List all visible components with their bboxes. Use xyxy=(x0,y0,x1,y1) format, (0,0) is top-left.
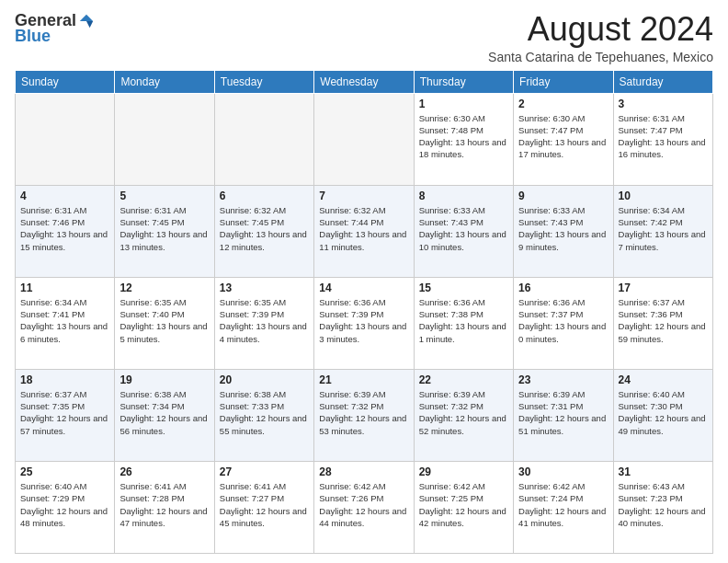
day-info-13: Sunrise: 6:35 AMSunset: 7:39 PMDaylight:… xyxy=(220,296,309,345)
day-info-10: Sunrise: 6:34 AMSunset: 7:42 PMDaylight:… xyxy=(619,204,708,253)
logo: General Blue xyxy=(15,11,95,46)
day-number-20: 20 xyxy=(220,373,309,386)
day-info-16: Sunrise: 6:36 AMSunset: 7:37 PMDaylight:… xyxy=(518,296,608,345)
day-number-4: 4 xyxy=(20,190,109,202)
day-info-9: Sunrise: 6:33 AMSunset: 7:43 PMDaylight:… xyxy=(518,204,608,253)
calendar-cell-1-3: 7Sunrise: 6:32 AMSunset: 7:44 PMDaylight… xyxy=(314,185,414,277)
calendar-cell-0-6: 3Sunrise: 6:31 AMSunset: 7:47 PMDaylight… xyxy=(613,93,712,185)
day-number-5: 5 xyxy=(119,190,209,202)
day-number-12: 12 xyxy=(119,282,209,294)
day-number-2: 2 xyxy=(518,98,608,110)
day-number-1: 1 xyxy=(419,98,508,110)
day-number-3: 3 xyxy=(619,98,708,110)
header-thursday: Thursday xyxy=(414,70,513,93)
day-number-6: 6 xyxy=(220,190,309,202)
svg-marker-1 xyxy=(86,21,93,28)
calendar-body: 1Sunrise: 6:30 AMSunset: 7:48 PMDaylight… xyxy=(16,93,713,553)
day-info-24: Sunrise: 6:40 AMSunset: 7:30 PMDaylight:… xyxy=(619,388,708,437)
header-saturday: Saturday xyxy=(613,70,712,93)
calendar-cell-0-3 xyxy=(314,93,414,185)
svg-marker-0 xyxy=(80,14,93,20)
week-row-2: 11Sunrise: 6:34 AMSunset: 7:41 PMDayligh… xyxy=(16,277,713,369)
day-info-15: Sunrise: 6:36 AMSunset: 7:38 PMDaylight:… xyxy=(419,296,508,345)
calendar-cell-1-2: 6Sunrise: 6:32 AMSunset: 7:45 PMDaylight… xyxy=(214,185,313,277)
header-wednesday: Wednesday xyxy=(314,70,414,93)
calendar-cell-0-5: 2Sunrise: 6:30 AMSunset: 7:47 PMDaylight… xyxy=(514,93,613,185)
day-number-21: 21 xyxy=(319,373,408,386)
calendar-cell-4-6: 31Sunrise: 6:43 AMSunset: 7:23 PMDayligh… xyxy=(613,461,712,553)
day-info-30: Sunrise: 6:42 AMSunset: 7:24 PMDaylight:… xyxy=(518,480,608,529)
calendar-cell-2-4: 15Sunrise: 6:36 AMSunset: 7:38 PMDayligh… xyxy=(414,277,513,369)
day-info-19: Sunrise: 6:38 AMSunset: 7:34 PMDaylight:… xyxy=(119,388,209,437)
logo-icon xyxy=(78,13,95,29)
calendar-cell-3-0: 18Sunrise: 6:37 AMSunset: 7:35 PMDayligh… xyxy=(16,369,115,461)
calendar-cell-0-1 xyxy=(115,93,214,185)
calendar-cell-3-1: 19Sunrise: 6:38 AMSunset: 7:34 PMDayligh… xyxy=(115,369,214,461)
calendar-cell-2-5: 16Sunrise: 6:36 AMSunset: 7:37 PMDayligh… xyxy=(514,277,613,369)
calendar-cell-4-5: 30Sunrise: 6:42 AMSunset: 7:24 PMDayligh… xyxy=(514,461,613,553)
day-info-27: Sunrise: 6:41 AMSunset: 7:27 PMDaylight:… xyxy=(220,480,309,529)
day-info-28: Sunrise: 6:42 AMSunset: 7:26 PMDaylight:… xyxy=(319,480,408,529)
week-row-4: 25Sunrise: 6:40 AMSunset: 7:29 PMDayligh… xyxy=(16,461,713,553)
calendar-cell-0-0 xyxy=(16,93,115,185)
calendar-cell-0-2 xyxy=(214,93,313,185)
day-number-8: 8 xyxy=(419,190,508,202)
day-number-7: 7 xyxy=(319,190,408,202)
calendar-cell-3-3: 21Sunrise: 6:39 AMSunset: 7:32 PMDayligh… xyxy=(314,369,414,461)
day-number-11: 11 xyxy=(20,282,109,294)
header-friday: Friday xyxy=(514,70,613,93)
calendar-cell-1-5: 9Sunrise: 6:33 AMSunset: 7:43 PMDaylight… xyxy=(514,185,613,277)
calendar-cell-3-4: 22Sunrise: 6:39 AMSunset: 7:32 PMDayligh… xyxy=(414,369,513,461)
day-number-10: 10 xyxy=(619,190,708,202)
calendar-cell-2-1: 12Sunrise: 6:35 AMSunset: 7:40 PMDayligh… xyxy=(115,277,214,369)
day-number-28: 28 xyxy=(319,465,408,478)
day-info-21: Sunrise: 6:39 AMSunset: 7:32 PMDaylight:… xyxy=(319,388,408,437)
calendar-cell-3-5: 23Sunrise: 6:39 AMSunset: 7:31 PMDayligh… xyxy=(514,369,613,461)
day-number-24: 24 xyxy=(619,373,708,386)
calendar-cell-4-0: 25Sunrise: 6:40 AMSunset: 7:29 PMDayligh… xyxy=(16,461,115,553)
day-info-8: Sunrise: 6:33 AMSunset: 7:43 PMDaylight:… xyxy=(419,204,508,253)
day-number-25: 25 xyxy=(20,465,109,478)
calendar-cell-0-4: 1Sunrise: 6:30 AMSunset: 7:48 PMDaylight… xyxy=(414,93,513,185)
week-row-1: 4Sunrise: 6:31 AMSunset: 7:46 PMDaylight… xyxy=(16,185,713,277)
calendar-cell-1-4: 8Sunrise: 6:33 AMSunset: 7:43 PMDaylight… xyxy=(414,185,513,277)
day-number-13: 13 xyxy=(220,282,309,294)
calendar-cell-2-2: 13Sunrise: 6:35 AMSunset: 7:39 PMDayligh… xyxy=(214,277,313,369)
day-info-4: Sunrise: 6:31 AMSunset: 7:46 PMDaylight:… xyxy=(20,204,109,253)
calendar-cell-3-2: 20Sunrise: 6:38 AMSunset: 7:33 PMDayligh… xyxy=(214,369,313,461)
day-number-16: 16 xyxy=(518,282,608,294)
calendar-cell-1-0: 4Sunrise: 6:31 AMSunset: 7:46 PMDaylight… xyxy=(16,185,115,277)
day-info-18: Sunrise: 6:37 AMSunset: 7:35 PMDaylight:… xyxy=(20,388,109,437)
day-info-26: Sunrise: 6:41 AMSunset: 7:28 PMDaylight:… xyxy=(119,480,209,529)
header-tuesday: Tuesday xyxy=(214,70,313,93)
day-number-23: 23 xyxy=(518,373,608,386)
day-info-7: Sunrise: 6:32 AMSunset: 7:44 PMDaylight:… xyxy=(319,204,408,253)
header: General Blue August 2024 Santa Catarina … xyxy=(15,11,713,64)
title-block: August 2024 Santa Catarina de Tepehuanes… xyxy=(488,11,713,64)
calendar-cell-2-6: 17Sunrise: 6:37 AMSunset: 7:36 PMDayligh… xyxy=(613,277,712,369)
day-number-17: 17 xyxy=(619,282,708,294)
day-info-11: Sunrise: 6:34 AMSunset: 7:41 PMDaylight:… xyxy=(20,296,109,345)
day-info-25: Sunrise: 6:40 AMSunset: 7:29 PMDaylight:… xyxy=(20,480,109,529)
calendar-cell-2-0: 11Sunrise: 6:34 AMSunset: 7:41 PMDayligh… xyxy=(16,277,115,369)
calendar-cell-3-6: 24Sunrise: 6:40 AMSunset: 7:30 PMDayligh… xyxy=(613,369,712,461)
calendar-cell-4-3: 28Sunrise: 6:42 AMSunset: 7:26 PMDayligh… xyxy=(314,461,414,553)
header-sunday: Sunday xyxy=(16,70,115,93)
day-info-31: Sunrise: 6:43 AMSunset: 7:23 PMDaylight:… xyxy=(619,480,708,529)
calendar-cell-1-6: 10Sunrise: 6:34 AMSunset: 7:42 PMDayligh… xyxy=(613,185,712,277)
month-year-title: August 2024 xyxy=(488,11,713,48)
day-info-22: Sunrise: 6:39 AMSunset: 7:32 PMDaylight:… xyxy=(419,388,508,437)
day-info-5: Sunrise: 6:31 AMSunset: 7:45 PMDaylight:… xyxy=(119,204,209,253)
week-row-3: 18Sunrise: 6:37 AMSunset: 7:35 PMDayligh… xyxy=(16,369,713,461)
day-number-19: 19 xyxy=(119,373,209,386)
page: General Blue August 2024 Santa Catarina … xyxy=(0,0,728,563)
day-number-14: 14 xyxy=(319,282,408,294)
calendar-cell-2-3: 14Sunrise: 6:36 AMSunset: 7:39 PMDayligh… xyxy=(314,277,414,369)
day-number-26: 26 xyxy=(119,465,209,478)
calendar-cell-4-4: 29Sunrise: 6:42 AMSunset: 7:25 PMDayligh… xyxy=(414,461,513,553)
calendar-header: Sunday Monday Tuesday Wednesday Thursday… xyxy=(16,70,713,93)
day-number-30: 30 xyxy=(518,465,608,478)
day-info-14: Sunrise: 6:36 AMSunset: 7:39 PMDaylight:… xyxy=(319,296,408,345)
calendar-cell-1-1: 5Sunrise: 6:31 AMSunset: 7:45 PMDaylight… xyxy=(115,185,214,277)
day-number-31: 31 xyxy=(619,465,708,478)
